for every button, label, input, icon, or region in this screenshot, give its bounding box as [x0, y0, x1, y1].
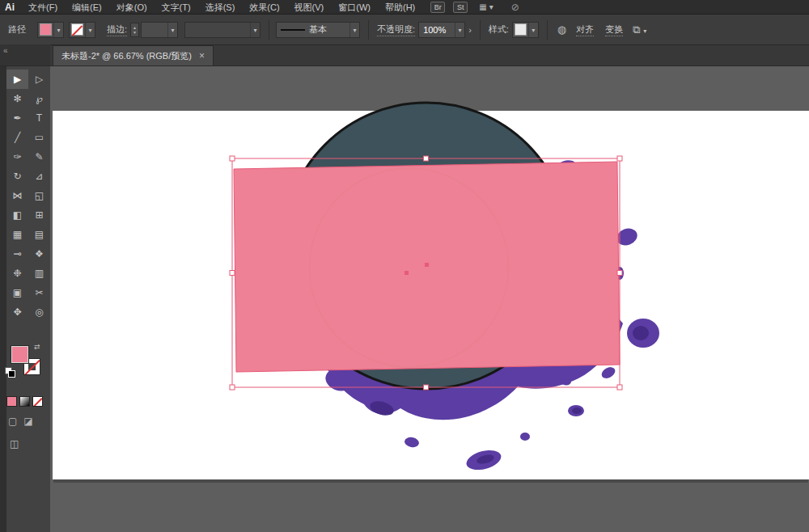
gradient-button[interactable]: [19, 396, 30, 407]
stroke-weight-dropdown[interactable]: ▾: [141, 22, 178, 38]
stock-button[interactable]: St: [453, 2, 468, 13]
rectangle-tool[interactable]: ▭: [28, 128, 50, 147]
lasso-tool[interactable]: ℘: [28, 89, 50, 108]
style-swatch: [515, 23, 527, 36]
splat-droplet[interactable]: [561, 378, 571, 386]
menu-select[interactable]: 选择(S): [198, 0, 243, 15]
handle-middle-left[interactable]: [230, 271, 235, 276]
splat-droplet[interactable]: [599, 365, 617, 380]
fill-proxy[interactable]: [11, 346, 28, 363]
menu-view[interactable]: 视图(V): [287, 0, 332, 15]
brush-definition-dropdown[interactable]: 基本 ▾: [276, 22, 360, 38]
menu-object[interactable]: 对象(O): [109, 0, 155, 15]
scale-tool[interactable]: ⊿: [28, 167, 50, 186]
menu-edit[interactable]: 编辑(E): [65, 0, 109, 15]
recolor-artwork-icon[interactable]: ◍: [557, 23, 566, 36]
direct-selection-tool[interactable]: ▷: [28, 70, 50, 89]
selection-tool[interactable]: ▶: [6, 70, 28, 89]
handle-top-right[interactable]: [617, 156, 622, 161]
ellipse-center-point[interactable]: [404, 271, 409, 275]
pen-tool[interactable]: ✒: [6, 108, 28, 128]
pencil-tool[interactable]: ✎: [28, 147, 50, 167]
panel-arrow-icon[interactable]: ›: [468, 25, 472, 35]
main-area: ▶ ▷ ✻ ℘ ✒ T ╱ ▭ ✑ ✎ ↻ ⊿ ⋈ ◱ ◧ ⊞ ▦ ▤ ⊸ ❖: [0, 66, 809, 532]
chevron-down-icon: ▾: [53, 23, 63, 37]
style-dropdown[interactable]: ▾: [512, 22, 539, 38]
divider: [480, 20, 481, 40]
eyedropper-tool[interactable]: ⊸: [6, 244, 28, 264]
slice-tool[interactable]: ✂: [28, 283, 50, 302]
workspace-switcher[interactable]: ▦ ▾: [479, 2, 493, 11]
canvas-pasteboard[interactable]: [50, 66, 809, 532]
artboard-tool[interactable]: ▣: [6, 283, 28, 302]
stepper-down-icon[interactable]: ▼: [133, 30, 137, 35]
type-tool[interactable]: T: [28, 108, 50, 128]
selection-center-point[interactable]: [425, 263, 429, 267]
default-fill-stroke-icon[interactable]: [5, 367, 12, 374]
brush-name: 基本: [309, 23, 349, 36]
width-profile-dropdown: ▾: [184, 22, 260, 38]
handle-middle-right[interactable]: [617, 271, 622, 276]
document-tab[interactable]: 未标题-2* @ 66.67% (RGB/预览) ×: [53, 45, 214, 65]
cs-live-icon[interactable]: ⊘: [511, 2, 519, 13]
chevron-down-icon: ▾: [349, 23, 359, 37]
gradient-tool[interactable]: ▤: [28, 225, 50, 244]
context-label: 路径: [8, 23, 26, 36]
symbol-sprayer-tool[interactable]: ❉: [6, 264, 28, 283]
free-transform-tool[interactable]: ◱: [28, 186, 50, 205]
none-button[interactable]: [32, 396, 43, 407]
fill-color-dropdown[interactable]: ▾: [37, 22, 64, 38]
menu-window[interactable]: 窗口(W): [331, 0, 378, 15]
stroke-none-swatch: [71, 23, 83, 36]
zoom-tool[interactable]: ◎: [28, 302, 50, 322]
swap-fill-stroke-icon[interactable]: ⇄: [34, 343, 40, 351]
align-panel-label[interactable]: 对齐: [576, 23, 594, 36]
paintbrush-tool[interactable]: ✑: [6, 147, 28, 167]
color-button[interactable]: [6, 396, 17, 407]
screen-mode-icon[interactable]: ◫: [10, 438, 19, 450]
rotate-tool[interactable]: ↻: [6, 167, 28, 186]
transform-panel-label[interactable]: 变换: [605, 23, 623, 36]
opacity-label[interactable]: 不透明度:: [377, 23, 415, 36]
collapse-panel-icon[interactable]: «: [3, 46, 8, 55]
magic-wand-tool[interactable]: ✻: [6, 89, 28, 108]
handle-top-center[interactable]: [424, 156, 429, 161]
line-segment-tool[interactable]: ╱: [6, 128, 28, 147]
chevron-down-icon: ▾: [643, 27, 646, 35]
stroke-weight-label[interactable]: 描边:: [107, 23, 127, 36]
handle-bottom-right[interactable]: [617, 385, 622, 390]
chevron-down-icon: ▾: [85, 23, 95, 37]
bridge-button[interactable]: Br: [430, 2, 445, 13]
divider: [547, 20, 548, 40]
toolbar-collapse-stub[interactable]: «: [0, 44, 50, 65]
menu-bar: Ai 文件(F) 编辑(E) 对象(O) 文字(T) 选择(S) 效果(C) 视…: [0, 0, 809, 15]
draw-behind-icon[interactable]: ◪: [23, 416, 32, 427]
menu-help[interactable]: 帮助(H): [378, 0, 422, 15]
handle-bottom-left[interactable]: [230, 385, 235, 390]
divider: [269, 20, 269, 40]
opacity-field[interactable]: 100% ▾: [418, 22, 465, 38]
hand-tool[interactable]: ✥: [6, 302, 28, 322]
shape-builder-tool[interactable]: ◧: [6, 205, 28, 225]
blend-tool[interactable]: ❖: [28, 244, 50, 264]
mesh-tool[interactable]: ▦: [6, 225, 28, 244]
splat-droplet[interactable]: [404, 437, 420, 449]
menu-file[interactable]: 文件(F): [21, 0, 65, 15]
control-bar: 路径 ▾ ▾ 描边: ▲ ▼ ▾ ▾ 基本 ▾ 不透明度: 1: [0, 15, 809, 45]
menu-type[interactable]: 文字(T): [155, 0, 198, 15]
width-tool[interactable]: ⋈: [6, 186, 28, 205]
stroke-weight-stepper[interactable]: ▲ ▼: [130, 23, 139, 37]
chevron-down-icon: ▾: [489, 2, 493, 11]
isolate-options-icon[interactable]: ⧉ ▾: [633, 23, 646, 36]
handle-bottom-center[interactable]: [424, 385, 429, 390]
document-tab-bar: « 未标题-2* @ 66.67% (RGB/预览) ×: [0, 45, 809, 66]
splat-droplet[interactable]: [520, 433, 530, 441]
dock-edge: [0, 66, 6, 532]
column-graph-tool[interactable]: ▥: [28, 264, 50, 283]
handle-top-left[interactable]: [230, 156, 235, 161]
menu-effect[interactable]: 效果(C): [242, 0, 286, 15]
perspective-grid-tool[interactable]: ⊞: [28, 205, 50, 225]
stroke-color-dropdown[interactable]: ▾: [69, 22, 95, 38]
draw-normal-icon[interactable]: ▢: [8, 416, 17, 427]
close-icon[interactable]: ×: [199, 50, 205, 61]
